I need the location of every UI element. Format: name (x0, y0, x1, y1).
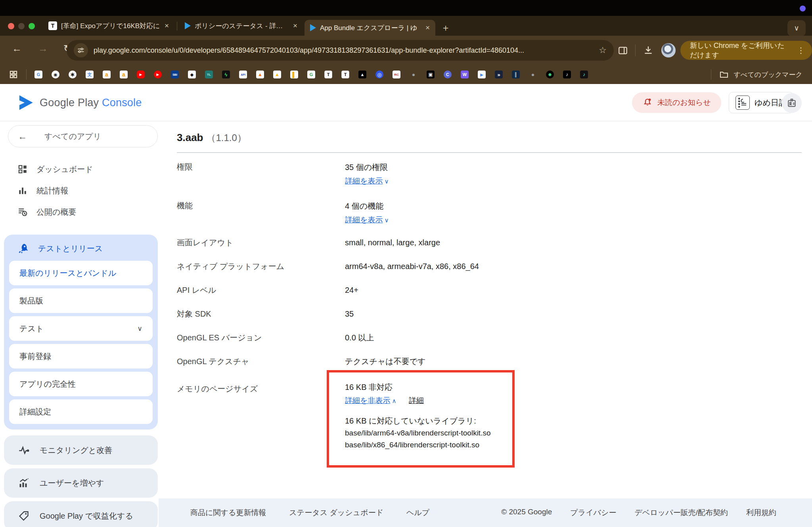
browser-tab-app-bundle-explorer-active[interactable]: App Bundle エクスプローラ | ゆ × (304, 20, 435, 36)
translate-favicon[interactable]: 文 (86, 71, 94, 78)
amazon-favicon[interactable]: a (103, 71, 111, 78)
all-bookmarks[interactable]: すべてのブックマーク (703, 69, 802, 80)
sidebar-item-monitoring-and-improvement[interactable]: モニタリングと改善 (4, 435, 158, 465)
youtube-favicon[interactable]: ▶ (137, 71, 145, 78)
analytics-favicon[interactable]: ▌ (290, 71, 298, 78)
firebase-favicon[interactable]: ▲ (256, 71, 264, 78)
tab-close-icon[interactable]: × (425, 23, 430, 32)
sidebar-item-pre-registration[interactable]: 事前登録 (9, 344, 153, 369)
sidebar-item-advanced-settings[interactable]: 詳細設定 (9, 399, 153, 424)
unread-notifications-label: 未読のお知らせ (657, 97, 711, 108)
sidebar-item-statistics[interactable]: 統計情報 (0, 180, 167, 201)
amazon-favicon-2[interactable]: a (120, 71, 128, 78)
all-apps-back-button[interactable]: ← すべてのアプリ (8, 125, 158, 147)
new-tab-button[interactable]: ＋ (441, 21, 450, 34)
hide-details-link[interactable]: 詳細を非表示 (345, 396, 390, 405)
wexd-favicon[interactable]: W (461, 71, 469, 78)
show-details-link[interactable]: 詳細を表示 (345, 177, 383, 185)
download-icon[interactable] (643, 45, 653, 55)
footer-link-help[interactable]: ヘルプ (406, 508, 429, 518)
google-partners-favicon[interactable]: G (307, 71, 315, 78)
google-play-favicon[interactable]: ▶ (478, 71, 486, 78)
footer-link-status-dashboard[interactable]: ステータス ダッシュボード (289, 508, 383, 518)
sidebar-item-production[interactable]: 製品版 (9, 288, 153, 313)
row-label: 対象 SDK (177, 302, 345, 326)
profile-avatar[interactable] (661, 43, 676, 57)
row-label: ネイティブ プラットフォーム (177, 254, 345, 278)
back-icon[interactable]: ← (12, 43, 22, 54)
details-link[interactable]: 詳細 (409, 396, 424, 405)
footer-link-terms[interactable]: 利用規約 (746, 508, 776, 518)
chevron-down-icon: ∨ (138, 325, 142, 333)
sidebar-item-grow-users[interactable]: ユーザーを増やす (4, 468, 158, 498)
google-play-console-logo[interactable]: Google Play Console (17, 94, 142, 112)
apple-favicon[interactable]: ● (410, 71, 417, 78)
section-header-test-and-release[interactable]: テストとリリース (4, 235, 158, 261)
sidebar-item-latest-releases-and-bundles[interactable]: 最新のリリースとバンドル (9, 261, 153, 285)
github-favicon[interactable]: ◉ (52, 71, 59, 78)
t-favicon-2[interactable]: T (341, 71, 349, 78)
api-favicon[interactable]: API (239, 71, 247, 78)
footer-link-developer-agreement[interactable]: デベロッパー販売/配布契約 (634, 508, 728, 518)
bookmark-star-icon[interactable]: ☆ (599, 45, 607, 55)
table-row-features: 機能 4 個の機能 詳細を表示∨ (177, 192, 812, 231)
bookmarks-divider (711, 69, 711, 80)
memory-status-value: 16 KB 非対応 (345, 381, 505, 393)
openai-favicon[interactable]: ∗ (69, 71, 77, 78)
footer-link-privacy[interactable]: プライバシー (570, 508, 616, 518)
tab-search-button[interactable]: ∨ (787, 20, 806, 36)
browser-tab-expo-article[interactable]: T [革命] Expoアプリで16KB対応に × (43, 16, 174, 36)
sidebar-item-publishing-overview[interactable]: 公開の概要 (0, 201, 167, 223)
side-panel-icon[interactable] (618, 45, 628, 55)
frame-favicon[interactable]: ▣ (427, 71, 435, 78)
show-details-link[interactable]: 詳細を表示 (345, 216, 383, 224)
tedlab-favicon[interactable]: TL (205, 71, 213, 78)
kindle-favicon[interactable]: ◆ (188, 71, 196, 78)
play-logo-icon (17, 94, 34, 112)
t-favicon[interactable]: T (324, 71, 332, 78)
tiktok-favicon-2[interactable]: ♪ (580, 71, 588, 78)
account-badge-button[interactable] (782, 93, 802, 113)
vercel-favicon[interactable]: ▲ (358, 71, 366, 78)
incompatible-lib-path: base/lib/arm64-v8a/librenderscript-toolk… (345, 427, 505, 439)
growth-chart-icon (18, 477, 29, 489)
google-ads-favicon[interactable]: ▲ (273, 71, 281, 78)
window-minimize-button[interactable] (18, 23, 25, 29)
chrome-update-button[interactable]: 新しい Chrome をご利用いただけます ⋮ (680, 41, 812, 60)
sidebar: ← すべてのアプリ ダッシュボード 統計情報 公開の概要 (0, 121, 167, 527)
sidebar-item-monetize-with-google-play[interactable]: Google Play で収益化する (4, 501, 158, 527)
tab-close-icon[interactable]: × (165, 21, 169, 30)
sidebar-item-testing[interactable]: テスト ∨ (9, 316, 153, 341)
url-text[interactable]: play.google.com/console/u/0/developers/6… (94, 46, 593, 55)
tab-close-icon[interactable]: × (293, 21, 297, 30)
console-footer: 商品に関する更新情報 ステータス ダッシュボード ヘルプ © 2025 Goog… (159, 498, 812, 527)
bolt-favicon[interactable]: ϟ (222, 71, 230, 78)
forward-icon[interactable]: → (38, 43, 48, 54)
google-favicon[interactable]: G (34, 71, 42, 78)
window-close-button[interactable] (8, 23, 14, 29)
tab-title: ポリシーのステータス - 詳細 | ゆ (195, 21, 289, 31)
claude-favicon[interactable]: C (444, 71, 452, 78)
sidebar-item-app-integrity[interactable]: アプリの完全性 (9, 372, 153, 396)
android-favicon[interactable]: ☻ (546, 71, 554, 78)
omnibox[interactable]: play.google.com/console/u/0/developers/6… (67, 40, 614, 61)
browser-menu-icon[interactable]: ⋮ (797, 46, 805, 55)
ring-favicon[interactable]: ◎ (375, 71, 383, 78)
site-settings-icon[interactable] (74, 43, 88, 57)
footer-link-product-updates[interactable]: 商品に関する更新情報 (190, 508, 266, 518)
apps-grid-icon[interactable] (9, 70, 18, 79)
window-zoom-button[interactable] (29, 23, 35, 29)
sbi-favicon[interactable]: SBI (171, 71, 179, 78)
table-row-opengl-es-version: OpenGL ES バージョン 0.0 以上 (177, 326, 812, 349)
apple-favicon-2[interactable]: ● (529, 71, 537, 78)
arrows-favicon[interactable]: » (495, 71, 503, 78)
browser-tab-policy-status[interactable]: ポリシーのステータス - 詳細 | ゆ × (179, 16, 303, 36)
sidebar-item-dashboard[interactable]: ダッシュボード (0, 158, 167, 180)
rc-favicon[interactable]: RC (393, 71, 400, 78)
sidebar-item-label: ダッシュボード (36, 164, 93, 175)
brand-wordmark: Google Play Console (40, 97, 142, 109)
pillars-favicon[interactable]: ║ (512, 71, 520, 78)
tiktok-favicon[interactable]: ♪ (563, 71, 571, 78)
youtube-music-favicon[interactable]: ▶ (154, 71, 162, 78)
unread-notifications-button[interactable]: 未読のお知らせ (632, 92, 721, 113)
